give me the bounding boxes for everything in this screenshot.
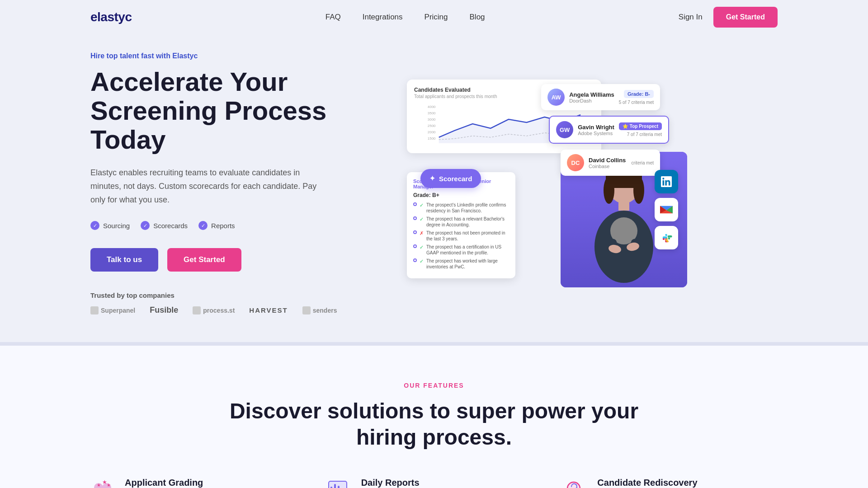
nav-right: Sign In Get Started [679,7,778,28]
svg-text:4000: 4000 [428,105,436,109]
scorecard-item-1: ✓ The prospect's LinkedIn profile confir… [413,202,509,214]
dot-1 [413,202,417,206]
logo: elastyc [90,10,132,24]
feature-reports: ✓ Reports [198,221,235,230]
scorecard-plus-icon: ✦ [429,174,435,183]
svg-text:3500: 3500 [428,111,436,115]
david-name: David Collins [589,157,627,164]
scorecard-button[interactable]: ✦ Scorecard [420,169,481,188]
dot-5 [413,258,417,262]
dot-3 [413,230,417,234]
candidate-gavin: GW Gavin Wright Adobe Systems ⭐ Top Pros… [549,116,669,144]
slack-icon [655,226,678,249]
angela-grade: Grade: B- [624,90,654,98]
feature-scorecards: ✓ Scorecards [141,221,188,230]
david-avatar: DC [567,154,584,171]
hero-buttons: Talk to us Get Started [90,248,371,272]
sourcing-icon: ✓ [90,221,99,230]
feature-daily-reports: ✓ Daily Reports Comprehensive daily repo… [327,478,542,488]
x-icon-3: ✗ [420,230,424,236]
gavin-info: Gavin Wright Adobe Systems [578,124,614,136]
section-divider [0,342,868,346]
gavin-badge: ⭐ Top Prospect [619,122,662,130]
angela-avatar: AW [547,89,565,106]
gavin-criteria: 7 of 7 criteria met [627,132,662,137]
scorecard-item-4: ✓ The prospect has a certification in US… [413,244,509,256]
svg-text:2000: 2000 [428,130,436,134]
svg-text:★: ★ [107,483,111,488]
logo-harvest: HARVEST [249,306,288,314]
candidate-david: DC David Collins Coinbase criteria met [561,150,660,176]
trusted-label: Trusted by top companies [90,291,371,299]
sign-in-link[interactable]: Sign In [679,13,703,22]
angela-name: Angela Williams [569,91,614,98]
check-icon-5: ✓ [420,258,424,264]
hero-title: Accelerate Your Screening Process Today [90,67,371,154]
gmail-icon [655,198,678,221]
nav-faq[interactable]: FAQ [326,13,341,22]
navbar: elastyc FAQ Integrations Pricing Blog Si… [0,0,868,34]
scorecard-item-5: ✓ The prospect has worked with large inv… [413,258,509,270]
app-icons [655,170,678,249]
nav-get-started-button[interactable]: Get Started [713,7,778,28]
scorecard-detail: Scorecard for Accounting Senior Manager … [407,172,515,278]
features-section: OUR FEATURES Discover solutions to super… [0,346,868,488]
daily-reports-icon: ✓ [327,478,352,488]
search-refresh-icon [563,478,588,488]
candidate-angela: AW Angela Williams DoorDash Grade: B- 5 … [541,84,660,110]
gavin-name: Gavin Wright [578,124,614,131]
logo-senders: senders [302,306,337,314]
hero-features: ✓ Sourcing ✓ Scorecards ✓ Reports [90,221,371,230]
check-icon-1: ✓ [420,202,424,208]
applicant-grading-icon: ★ ★ ★ [90,478,116,488]
scorecard-grade: Grade: B+ [413,192,509,198]
hero-get-started-button[interactable]: Get Started [167,248,241,272]
trusted-section: Trusted by top companies Superpanel Fusi… [90,291,371,315]
feature-applicant-grading: ★ ★ ★ Applicant Grading Elastyc grades e… [90,478,305,488]
features-label: OUR FEATURES [90,382,778,389]
gavin-company: Adobe Systems [578,131,614,136]
nav-pricing[interactable]: Pricing [425,13,448,22]
candidate-rediscovery-content: Candidate Rediscovery Re-engage with pre… [597,478,731,488]
scorecards-icon: ✓ [141,221,150,230]
daily-reports-content: Daily Reports Comprehensive daily report… [361,478,485,488]
david-company: Coinbase [589,164,627,169]
talk-to-us-button[interactable]: Talk to us [90,248,158,272]
candidate-rediscovery-name: Candidate Rediscovery [597,478,731,488]
nav-integrations[interactable]: Integrations [363,13,403,22]
features-grid: ★ ★ ★ Applicant Grading Elastyc grades e… [90,478,778,488]
dot-4 [413,244,417,248]
svg-point-11 [633,177,644,204]
hero-description: Elastyc enables recruiting teams to eval… [90,166,326,206]
david-criteria: criteria met [632,160,654,165]
svg-text:1500: 1500 [428,136,436,141]
processst-icon [193,306,201,314]
star-icon: ⭐ [623,124,628,129]
senders-icon [302,306,311,314]
svg-point-10 [604,177,614,204]
applicant-grading-name: Applicant Grading [125,478,259,488]
hero-section: Hire top talent fast with Elastyc Accele… [0,34,868,342]
feature-sourcing: ✓ Sourcing [90,221,130,230]
reports-icon: ✓ [198,221,208,230]
svg-text:★: ★ [97,483,101,488]
daily-reports-name: Daily Reports [361,478,485,488]
angela-criteria: 5 of 7 criteria met [619,100,654,105]
svg-text:3000: 3000 [428,117,436,122]
nav-links: FAQ Integrations Pricing Blog [326,13,485,22]
feature-candidate-rediscovery: Candidate Rediscovery Re-engage with pre… [563,478,778,488]
check-icon-2: ✓ [420,216,424,222]
svg-text:2500: 2500 [428,124,436,128]
candidate-rediscovery-icon [563,478,588,488]
linkedin-icon [655,170,678,193]
applicant-grading-content: Applicant Grading Elastyc grades every i… [125,478,259,488]
scorecard-item-3: ✗ The prospect has not been promoted in … [413,230,509,242]
logo-fusible: Fusible [150,305,178,315]
features-title: Discover solutions to super power your h… [90,398,778,450]
nav-blog[interactable]: Blog [470,13,485,22]
gavin-avatar: GW [556,121,573,138]
superpanel-icon [90,306,99,314]
hero-left: Hire top talent fast with Elastyc Accele… [90,52,371,315]
svg-rect-12 [618,202,629,211]
mockup-container: Candidates Evaluated Total applicants an… [407,80,642,287]
